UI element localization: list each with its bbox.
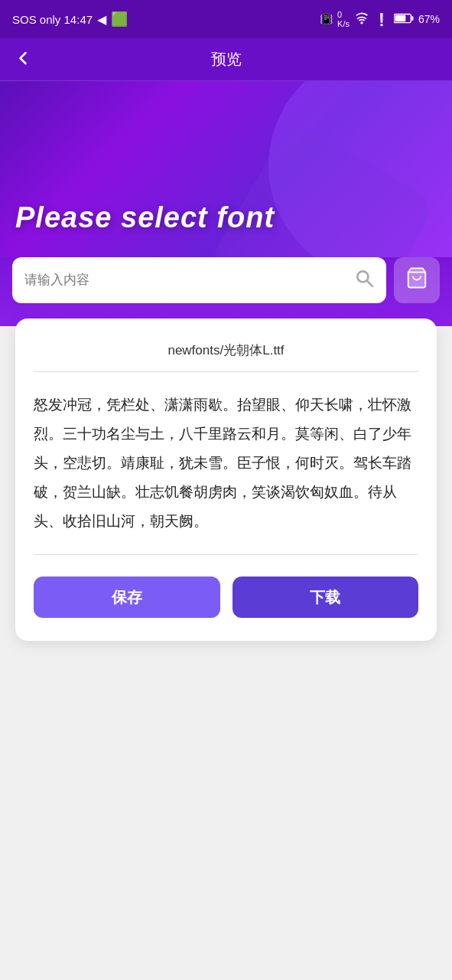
search-input[interactable] bbox=[24, 273, 346, 288]
search-icon[interactable] bbox=[354, 268, 374, 293]
hero-section: Please select font bbox=[0, 81, 452, 257]
download-button[interactable]: 下载 bbox=[233, 577, 419, 618]
action-buttons: 保存 下载 bbox=[34, 577, 418, 618]
top-nav: 预览 bbox=[0, 38, 452, 81]
bottom-divider bbox=[34, 554, 418, 555]
bottom-area bbox=[0, 641, 452, 825]
nav-title: 预览 bbox=[211, 49, 242, 70]
svg-rect-1 bbox=[395, 15, 405, 21]
battery-percent: 67% bbox=[418, 13, 440, 25]
svg-line-4 bbox=[367, 280, 372, 286]
top-divider bbox=[34, 371, 418, 372]
app-icon: 🟩 bbox=[111, 11, 128, 28]
signal-warn-icon: ❕ bbox=[374, 12, 389, 27]
battery-icon bbox=[394, 13, 414, 26]
vibrate-icon: 📳 bbox=[320, 13, 333, 25]
hero-title: Please select font bbox=[15, 201, 275, 236]
search-box[interactable] bbox=[12, 257, 386, 303]
data-speed: 0K/s bbox=[337, 10, 350, 28]
location-icon: ◀ bbox=[97, 12, 106, 27]
status-text: SOS only 14:47 bbox=[12, 13, 93, 26]
back-button[interactable] bbox=[14, 49, 32, 70]
font-name: newfonts/光朝体L.ttf bbox=[34, 341, 418, 359]
search-row bbox=[0, 257, 452, 326]
wifi-icon bbox=[354, 12, 369, 27]
content-card: newfonts/光朝体L.ttf 怒发冲冠，凭栏处、潇潇雨歇。抬望眼、仰天长啸… bbox=[15, 318, 437, 641]
save-button[interactable]: 保存 bbox=[34, 577, 220, 618]
font-preview-text: 怒发冲冠，凭栏处、潇潇雨歇。抬望眼、仰天长啸，壮怀激烈。三十功名尘与土，八千里路… bbox=[34, 390, 418, 536]
status-left: SOS only 14:47 ◀ 🟩 bbox=[12, 11, 128, 28]
status-bar: SOS only 14:47 ◀ 🟩 📳 0K/s ❕ 67% bbox=[0, 0, 452, 38]
cart-button[interactable] bbox=[394, 257, 440, 303]
cart-icon bbox=[405, 266, 428, 295]
svg-rect-2 bbox=[411, 16, 414, 21]
status-right: 📳 0K/s ❕ 67% bbox=[320, 10, 440, 28]
